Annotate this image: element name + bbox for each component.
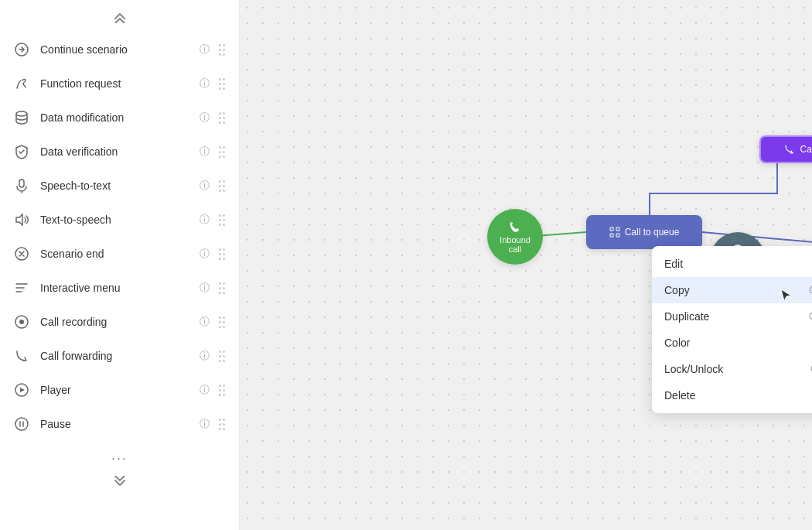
data-verification-icon: [12, 142, 31, 161]
sidebar-item-label: Data modification: [40, 111, 197, 124]
sidebar-collapse-top[interactable]: [0, 6, 239, 32]
info-icon[interactable]: ⓘ: [197, 77, 211, 91]
context-menu-delete[interactable]: Delete ⌫: [652, 382, 812, 409]
sidebar-item-function-request[interactable]: Function request ⓘ: [0, 67, 239, 101]
info-icon[interactable]: ⓘ: [197, 349, 211, 363]
sidebar-item-speech-to-text[interactable]: Speech-to-text ⓘ: [0, 169, 239, 203]
context-menu-duplicate-label: Duplicate: [664, 310, 809, 323]
call-recording-icon: [12, 313, 31, 331]
svg-rect-2: [19, 180, 24, 187]
inbound-call-label2: call: [509, 244, 522, 254]
info-icon[interactable]: ⓘ: [197, 111, 211, 125]
context-menu-copy-shortcut: Ctrl + C: [809, 285, 812, 296]
drag-handle[interactable]: [217, 77, 227, 91]
inbound-call-label1: Inbound: [500, 235, 531, 244]
drag-handle[interactable]: [217, 111, 227, 125]
context-menu-color-label: Color: [664, 337, 812, 349]
sidebar-item-data-verification[interactable]: Data verification ⓘ: [0, 135, 239, 169]
context-menu-duplicate-shortcut: Ctrl + D: [809, 311, 812, 322]
context-menu-duplicate[interactable]: Duplicate Ctrl + D: [652, 303, 812, 330]
sidebar-item-label: Function request: [40, 77, 197, 90]
call-forwarding-icon: [12, 347, 31, 365]
info-icon[interactable]: ⓘ: [197, 179, 211, 193]
sidebar-item-continue-scenario[interactable]: Continue scenario ⓘ: [0, 32, 239, 67]
context-menu-copy-label: Copy: [664, 284, 809, 296]
sidebar-item-pause[interactable]: Pause ⓘ: [0, 407, 239, 441]
sidebar-item-player[interactable]: Player ⓘ: [0, 373, 239, 407]
context-menu-delete-label: Delete: [664, 389, 812, 402]
info-icon[interactable]: ⓘ: [197, 43, 211, 56]
call-forwarding-label: Call forwarding: [800, 144, 812, 155]
info-icon[interactable]: ⓘ: [197, 417, 211, 431]
interactive-menu-icon: [12, 279, 31, 297]
sidebar-item-label: Pause: [40, 418, 197, 430]
context-menu-copy[interactable]: Copy Ctrl + C: [652, 277, 812, 303]
sidebar-item-label: Call recording: [40, 316, 197, 328]
player-icon: [12, 381, 31, 399]
drag-handle[interactable]: [217, 281, 227, 296]
context-menu: Edit Copy Ctrl + C Duplicate Ctrl + D Co…: [652, 246, 812, 413]
info-icon[interactable]: ⓘ: [197, 145, 211, 159]
context-menu-color[interactable]: Color ▶: [652, 330, 812, 356]
data-modification-icon: [12, 108, 31, 127]
speech-to-text-icon: [12, 176, 31, 195]
info-icon[interactable]: ⓘ: [197, 213, 211, 227]
node-inbound-call[interactable]: Inbound call: [487, 209, 543, 265]
pause-icon: [12, 415, 31, 433]
sidebar-more[interactable]: ...: [0, 441, 239, 470]
sidebar-item-call-forwarding[interactable]: Call forwarding ⓘ: [0, 339, 239, 373]
sidebar-item-interactive-menu[interactable]: Interactive menu ⓘ: [0, 271, 239, 305]
info-icon[interactable]: ⓘ: [197, 281, 211, 295]
drag-handle[interactable]: [217, 247, 227, 262]
continue-scenario-icon: [12, 40, 31, 59]
sidebar-item-label: Player: [40, 384, 197, 396]
sidebar-item-label: Text-to-speech: [40, 214, 197, 226]
info-icon[interactable]: ⓘ: [197, 383, 211, 397]
context-menu-lock-unlock[interactable]: Lock/Unlock Ctrl + L: [652, 356, 812, 382]
canvas[interactable]: Inbound call Call to queue Call forwardi…: [240, 0, 812, 530]
sidebar-item-label: Scenario end: [40, 248, 197, 260]
node-call-to-queue[interactable]: Call to queue: [586, 215, 702, 249]
node-call-forwarding[interactable]: Call forwarding: [759, 135, 812, 163]
drag-handle[interactable]: [217, 213, 227, 227]
sidebar-collapse-bottom[interactable]: [0, 470, 239, 493]
sidebar-item-label: Interactive menu: [40, 282, 197, 294]
drag-handle[interactable]: [217, 43, 227, 57]
scenario-end-icon: [12, 244, 31, 263]
sidebar-item-label: Speech-to-text: [40, 180, 197, 192]
sidebar-item-text-to-speech[interactable]: Text-to-speech ⓘ: [0, 203, 239, 237]
sidebar-item-label: Call forwarding: [40, 350, 197, 362]
context-menu-lock-unlock-label: Lock/Unlock: [664, 363, 810, 375]
info-icon[interactable]: ⓘ: [197, 247, 211, 261]
svg-point-7: [15, 418, 28, 430]
sidebar-item-data-modification[interactable]: Data modification ⓘ: [0, 101, 239, 135]
context-menu-edit[interactable]: Edit: [652, 251, 812, 277]
sidebar-item-scenario-end[interactable]: Scenario end ⓘ: [0, 237, 239, 271]
svg-point-1: [16, 111, 27, 116]
drag-handle[interactable]: [217, 383, 227, 398]
drag-handle[interactable]: [217, 179, 227, 193]
svg-point-5: [19, 320, 24, 324]
context-menu-edit-label: Edit: [664, 258, 812, 270]
sidebar: Continue scenario ⓘ Function request ⓘ D…: [0, 0, 240, 530]
drag-handle[interactable]: [217, 315, 227, 330]
text-to-speech-icon: [12, 210, 31, 229]
function-request-icon: [12, 74, 31, 93]
sidebar-item-call-recording[interactable]: Call recording ⓘ: [0, 305, 239, 339]
drag-handle[interactable]: [217, 349, 227, 364]
sidebar-item-label: Data verification: [40, 145, 197, 158]
call-to-queue-label: Call to queue: [625, 227, 680, 238]
sidebar-item-label: Continue scenario: [40, 43, 197, 56]
drag-handle[interactable]: [217, 145, 227, 159]
drag-handle[interactable]: [217, 417, 227, 432]
info-icon[interactable]: ⓘ: [197, 315, 211, 329]
